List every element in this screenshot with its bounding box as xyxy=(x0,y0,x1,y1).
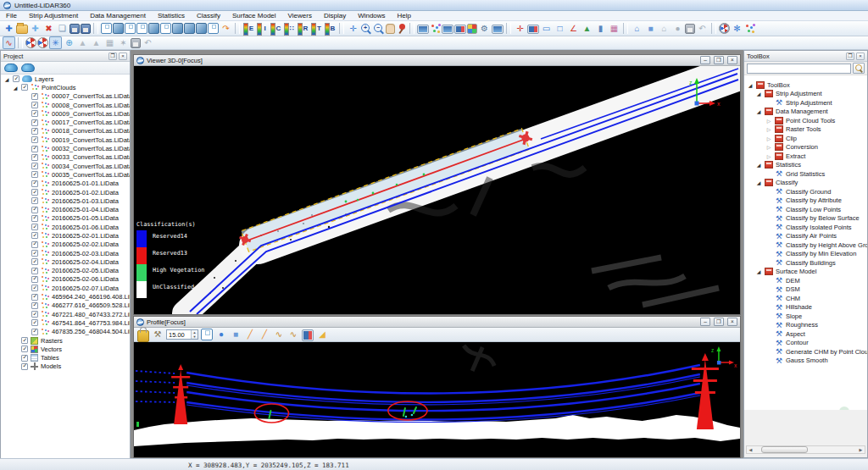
scroll-right-icon[interactable]: ▶ xyxy=(857,446,865,453)
layer-checkbox[interactable] xyxy=(21,355,28,362)
expander-icon[interactable] xyxy=(765,144,772,150)
toolbox-tree-item[interactable]: Data Management xyxy=(744,108,867,117)
lasso-select-icon[interactable]: ⌂ xyxy=(658,22,670,35)
bottom-view-icon[interactable] xyxy=(125,23,136,34)
layer-checkbox[interactable] xyxy=(31,136,38,143)
add-data-icon[interactable]: ✚ xyxy=(3,22,15,35)
layer-tree-item[interactable]: 00034_ConvertToLas.LiData xyxy=(1,162,130,170)
toolbox-tree-item[interactable]: Classify Isolated Points xyxy=(744,223,867,232)
grid-mesh-icon[interactable]: ▦ xyxy=(103,36,116,49)
full-extent-view-icon[interactable] xyxy=(101,23,112,34)
expander-icon[interactable] xyxy=(755,108,762,114)
viewer-3d-titlebar[interactable]: Viewer 3D-0[Focus] – ❐ × xyxy=(134,55,740,66)
clear-mesh-icon[interactable]: ✶ xyxy=(117,36,130,49)
display-by-intensity-icon[interactable]: I xyxy=(256,22,269,35)
restore-button[interactable]: ❐ xyxy=(714,318,724,326)
toolbox-tree-item[interactable]: Contour xyxy=(744,339,867,348)
layer-group-button[interactable] xyxy=(21,64,35,72)
menu-item[interactable]: Windows xyxy=(352,11,391,21)
close-button[interactable]: × xyxy=(727,56,737,64)
viewer-3d-viewport[interactable]: z x Classification(s) xyxy=(134,66,740,314)
panel-float-button[interactable]: ❐ xyxy=(846,53,854,60)
layer-tree-item[interactable]: 467835.256_468044.504.LiData xyxy=(1,328,130,336)
export-result-icon[interactable] xyxy=(131,38,141,48)
scrollbar-thumb[interactable] xyxy=(761,446,808,453)
layer-tree-item[interactable]: 20160625-02-02.LiData xyxy=(1,241,130,249)
clean-profile-icon[interactable]: ◢ xyxy=(316,329,328,340)
class-color-table-icon[interactable] xyxy=(467,24,477,34)
profile-titlebar[interactable]: Profile[Focus] – ❐ × xyxy=(134,317,740,328)
back-view-icon[interactable] xyxy=(172,23,183,34)
search-icon[interactable] xyxy=(853,63,865,74)
layer-checkbox[interactable] xyxy=(31,258,38,265)
expander-icon[interactable] xyxy=(765,153,772,159)
layer-checkbox[interactable] xyxy=(31,329,38,335)
layer-tree-item[interactable]: Models xyxy=(1,362,130,371)
zoom-extent-icon[interactable]: ✛ xyxy=(347,22,359,35)
save-as-icon[interactable] xyxy=(81,24,91,34)
fit-ground-line-icon[interactable]: ∿ xyxy=(273,329,285,340)
layer-tree-item[interactable]: 00033_ConvertToLas.LiData xyxy=(1,153,130,162)
draw-surface-line-icon[interactable]: ╱ xyxy=(259,329,270,340)
layer-checkbox[interactable] xyxy=(31,294,38,301)
layer-checkbox[interactable] xyxy=(21,84,28,91)
front-view-icon[interactable] xyxy=(160,23,171,34)
layer-checkbox[interactable] xyxy=(31,319,38,326)
select-region-icon[interactable]: ✳ xyxy=(49,36,62,49)
layer-checkbox[interactable] xyxy=(21,337,28,344)
toolbox-tree-item[interactable]: Classify by Height Above Gro xyxy=(744,241,867,250)
expander-icon[interactable] xyxy=(747,82,754,88)
layer-tree-item[interactable]: 20160625-02-05.LiData xyxy=(1,267,130,275)
menu-item[interactable]: Strip Adjustment xyxy=(23,11,84,21)
volume-measure-icon[interactable]: ▮ xyxy=(594,22,607,35)
cancel-selection-icon[interactable]: ↶ xyxy=(696,22,709,35)
expander-icon[interactable] xyxy=(12,85,19,91)
toolbox-tree-item[interactable]: Gauss Smooth xyxy=(744,357,867,366)
toolbox-search-input[interactable] xyxy=(747,64,851,74)
display-by-time-icon[interactable]: T xyxy=(310,22,323,35)
subtract-selection-icon[interactable]: ✻ xyxy=(731,22,743,35)
toolbox-tree-item[interactable]: CHM xyxy=(744,294,867,303)
density-measure-icon[interactable]: ▦ xyxy=(608,22,620,35)
display-by-blend-icon[interactable]: B xyxy=(324,22,337,35)
layer-tree-item[interactable]: 20160625-02-01.LiData xyxy=(1,231,130,240)
close-button[interactable]: × xyxy=(727,318,737,326)
display-by-class-icon[interactable]: C xyxy=(270,22,282,35)
scroll-left-icon[interactable]: ◀ xyxy=(747,446,754,453)
layer-checkbox[interactable] xyxy=(13,75,19,82)
back-face-view-icon[interactable] xyxy=(196,23,207,34)
select-class-points-icon[interactable] xyxy=(744,23,755,34)
ellipse-region-icon[interactable]: ⊕ xyxy=(63,36,75,49)
display-by-elevation-icon[interactable]: E xyxy=(242,22,255,35)
panel-close-button[interactable]: × xyxy=(119,53,127,60)
expander-icon[interactable] xyxy=(765,135,772,141)
layer-tree-item[interactable]: 20160625-01-06.LiData xyxy=(1,223,130,231)
profile-tool-icon[interactable]: ∿ xyxy=(3,36,15,49)
toolbox-tree-item[interactable]: ToolBox xyxy=(744,80,867,90)
toolbox-tree-item[interactable]: Conversion xyxy=(744,143,867,152)
layer-tree-item[interactable]: PointClouds xyxy=(1,83,130,91)
capture-image-icon[interactable] xyxy=(492,25,504,34)
layer-tree-item[interactable]: Vectors xyxy=(1,345,130,353)
toolbox-tree-item[interactable]: Clip xyxy=(744,134,867,143)
toolbox-tree-item[interactable]: Raster Tools xyxy=(744,125,867,135)
panel-float-button[interactable]: ❐ xyxy=(108,53,117,60)
toolbox-tree-item[interactable]: Extract xyxy=(744,152,867,161)
layer-checkbox[interactable] xyxy=(31,119,38,126)
expander-icon[interactable] xyxy=(755,91,762,97)
layer-checkbox[interactable] xyxy=(31,171,38,178)
expander-icon[interactable] xyxy=(765,126,772,132)
layer-tree-item[interactable]: 00017_ConvertToLas.LiData xyxy=(1,118,130,126)
profile-width-input[interactable] xyxy=(167,330,191,339)
layer-tree-item[interactable]: 20160625-01-04.LiData xyxy=(1,205,130,213)
add-layer-icon[interactable]: ✚ xyxy=(29,22,42,35)
pick-point-icon[interactable]: ✛ xyxy=(514,22,526,35)
layer-checkbox[interactable] xyxy=(31,146,38,152)
layer-checkbox[interactable] xyxy=(31,215,38,222)
layer-checkbox[interactable] xyxy=(31,250,38,257)
layer-tree-item[interactable]: 00035_ConvertToLas.LiData xyxy=(1,170,130,179)
restore-button[interactable]: ❐ xyxy=(714,56,724,64)
top-view-icon[interactable] xyxy=(113,23,124,34)
expander-icon[interactable] xyxy=(755,180,762,185)
toolbox-tree-item[interactable]: Classify Low Points xyxy=(744,205,867,214)
